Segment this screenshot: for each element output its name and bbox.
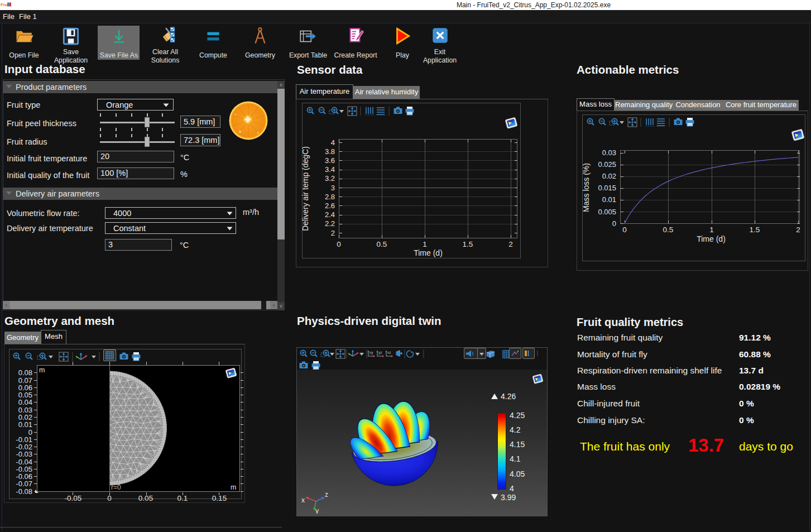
svg-text:x: x [301,496,305,504]
svg-text:yz: yz [378,351,382,355]
svg-text:xz: xz [387,351,391,354]
svg-text:z: z [325,491,328,499]
svg-text:xy: xy [369,351,373,355]
svg-text:y: y [315,507,319,514]
